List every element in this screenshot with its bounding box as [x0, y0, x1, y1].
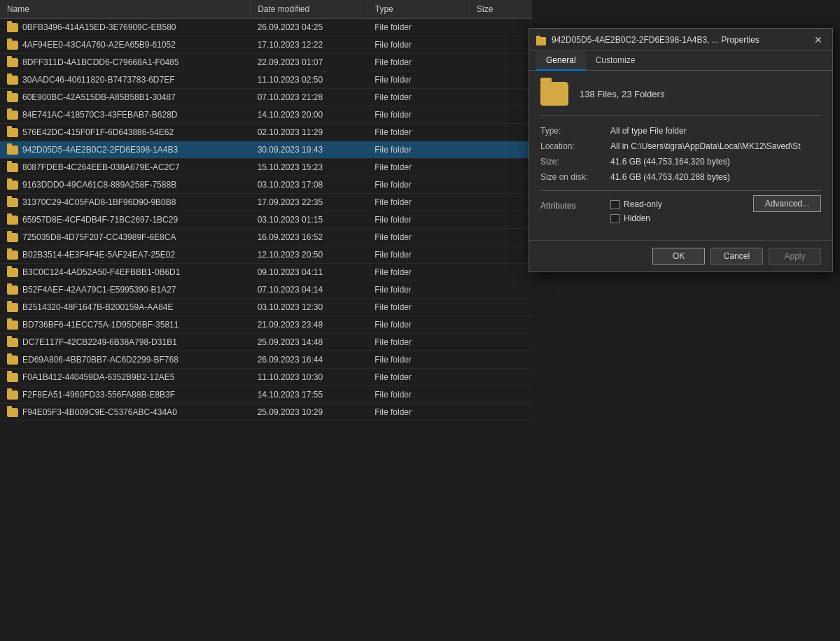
- file-size-cell: [470, 194, 532, 211]
- table-row[interactable]: F94E05F3-4B009C9E-C5376ABC-434A0 25.09.2…: [0, 404, 532, 421]
- file-name: 942D05D5-4AE2B0C2-2FD6E398-1A4B3: [22, 145, 178, 155]
- file-date-cell: 26.09.2023 04:25: [251, 19, 368, 36]
- table-row[interactable]: 725035D8-4D75F207-CC43989F-6E8CA 16.09.2…: [0, 229, 532, 246]
- file-name-cell[interactable]: 65957D8E-4CF4DB4F-71BC2697-1BC29: [0, 211, 251, 229]
- ok-button[interactable]: OK: [652, 248, 705, 265]
- folder-icon: [7, 233, 18, 242]
- file-name: BD736BF6-41ECC75A-1D95D6BF-35811: [22, 320, 178, 330]
- file-name: 60E900BC-42A515DB-A85B58B1-30487: [22, 92, 176, 102]
- dialog-body: 138 Files, 23 Folders Type: All of type …: [529, 71, 832, 240]
- file-name: B3C0C124-4AD52A50-F4EFBBB1-0B6D1: [22, 267, 180, 277]
- file-name-cell[interactable]: 576E42DC-415F0F1F-6D643886-54E62: [0, 124, 251, 141]
- file-size-cell: [470, 71, 532, 89]
- table-row[interactable]: B02B3514-4E3F4F4E-5AF24EA7-25E02 12.10.2…: [0, 246, 532, 264]
- tab-general[interactable]: General: [536, 51, 586, 71]
- file-name-cell[interactable]: 0BFB3496-414A15ED-3E76909C-EB580: [0, 19, 251, 36]
- file-type-cell: File folder: [368, 176, 469, 194]
- file-name-cell[interactable]: 8DFF311D-4A1BCDD6-C79668A1-F0485: [0, 54, 251, 71]
- table-row[interactable]: 8087FDEB-4C264EEB-038A679E-AC2C7 15.10.2…: [0, 159, 532, 176]
- folder-icon: [7, 268, 18, 277]
- prop-size-on-disk-value: 41.6 GB (44,753,420,288 bytes): [610, 172, 730, 182]
- file-name: B2514320-48F1647B-B200159A-AA84E: [22, 302, 174, 312]
- table-row[interactable]: 9163DDD0-49CA61C8-889A258F-7588B 03.10.2…: [0, 176, 532, 194]
- file-name-cell[interactable]: 30AADC46-40611820-B7473783-6D7EF: [0, 71, 251, 89]
- col-type-header[interactable]: Type: [368, 0, 469, 19]
- file-name: 84E741AC-418570C3-43FEBAB7-B628D: [22, 110, 177, 120]
- file-name-cell[interactable]: 8087FDEB-4C264EEB-038A679E-AC2C7: [0, 159, 251, 176]
- file-name-cell[interactable]: B52F4AEF-42AA79C1-E5995390-B1A27: [0, 281, 251, 299]
- file-name-cell[interactable]: ED69A806-4BB70BB7-AC6D2299-BF768: [0, 351, 251, 369]
- file-date-cell: 12.10.2023 20:50: [251, 246, 368, 264]
- table-row[interactable]: B52F4AEF-42AA79C1-E5995390-B1A27 07.10.2…: [0, 281, 532, 299]
- table-row[interactable]: BD736BF6-41ECC75A-1D95D6BF-35811 21.09.2…: [0, 316, 532, 334]
- file-name-cell[interactable]: BD736BF6-41ECC75A-1D95D6BF-35811: [0, 316, 251, 334]
- file-date-cell: 16.09.2023 16:52: [251, 229, 368, 246]
- file-size-cell: [470, 124, 532, 141]
- table-row[interactable]: 0BFB3496-414A15ED-3E76909C-EB580 26.09.2…: [0, 19, 532, 36]
- table-row[interactable]: 8DFF311D-4A1BCDD6-C79668A1-F0485 22.09.2…: [0, 54, 532, 71]
- file-name-cell[interactable]: B2514320-48F1647B-B200159A-AA84E: [0, 299, 251, 316]
- table-row[interactable]: B2514320-48F1647B-B200159A-AA84E 03.10.2…: [0, 299, 532, 316]
- prop-type-label: Type:: [540, 126, 610, 136]
- table-row[interactable]: 576E42DC-415F0F1F-6D643886-54E62 02.10.2…: [0, 124, 532, 141]
- file-type-cell: File folder: [368, 229, 469, 246]
- prop-size-label: Size:: [540, 157, 610, 167]
- readonly-checkbox[interactable]: [610, 200, 620, 209]
- file-name-cell[interactable]: DC7E117F-42CB2249-6B38A798-D31B1: [0, 334, 251, 351]
- table-row[interactable]: 84E741AC-418570C3-43FEBAB7-B628D 14.10.2…: [0, 106, 532, 124]
- col-date-header[interactable]: Date modified: [251, 0, 368, 19]
- file-name-cell[interactable]: 84E741AC-418570C3-43FEBAB7-B628D: [0, 106, 251, 124]
- file-name-cell[interactable]: F0A1B412-440459DA-6352B9B2-12AE5: [0, 369, 251, 386]
- table-row[interactable]: 31370C29-4C05FAD8-1BF96D90-9B0B8 17.09.2…: [0, 194, 532, 211]
- file-size-cell: [470, 299, 532, 316]
- table-row[interactable]: B3C0C124-4AD52A50-F4EFBBB1-0B6D1 09.10.2…: [0, 264, 532, 281]
- folder-icon: [7, 216, 18, 225]
- table-row[interactable]: 60E900BC-42A515DB-A85B58B1-30487 07.10.2…: [0, 89, 532, 106]
- file-name-cell[interactable]: 942D05D5-4AE2B0C2-2FD6E398-1A4B3: [0, 141, 251, 159]
- file-table: Name Date modified Type Size 0BFB3496-41…: [0, 0, 532, 421]
- folder-icon: [7, 111, 18, 120]
- file-size-cell: [470, 246, 532, 264]
- file-name-cell[interactable]: 60E900BC-42A515DB-A85B58B1-30487: [0, 89, 251, 106]
- file-name-cell[interactable]: 725035D8-4D75F207-CC43989F-6E8CA: [0, 229, 251, 246]
- tab-customize[interactable]: Customize: [586, 51, 645, 71]
- dialog-footer: OK Cancel Apply: [529, 240, 832, 272]
- file-name: 0BFB3496-414A15ED-3E76909C-EB580: [22, 22, 176, 32]
- table-row[interactable]: DC7E117F-42CB2249-6B38A798-D31B1 25.09.2…: [0, 334, 532, 351]
- file-type-cell: File folder: [368, 386, 469, 404]
- table-row[interactable]: ED69A806-4BB70BB7-AC6D2299-BF768 26.09.2…: [0, 351, 532, 369]
- table-row[interactable]: 4AF94EE0-43C4A760-A2EA65B9-61052 17.10.2…: [0, 36, 532, 54]
- folder-icon: [7, 251, 18, 260]
- prop-size-value: 41.6 GB (44,753,164,320 bytes): [610, 157, 730, 167]
- table-row[interactable]: F2F8EA51-4960FD33-556FA88B-E8B3F 14.10.2…: [0, 386, 532, 404]
- attr-hidden-row[interactable]: Hidden: [610, 213, 662, 223]
- file-name-cell[interactable]: 31370C29-4C05FAD8-1BF96D90-9B0B8: [0, 194, 251, 211]
- close-button[interactable]: ✕: [811, 33, 825, 47]
- file-name-cell[interactable]: 9163DDD0-49CA61C8-889A258F-7588B: [0, 176, 251, 194]
- table-row[interactable]: 942D05D5-4AE2B0C2-2FD6E398-1A4B3 30.09.2…: [0, 141, 532, 159]
- attr-checkboxes: Read-only Hidden: [610, 199, 662, 223]
- cancel-button[interactable]: Cancel: [710, 248, 763, 265]
- svg-rect-1: [536, 36, 540, 38]
- file-date-cell: 30.09.2023 19:43: [251, 141, 368, 159]
- file-name-cell[interactable]: 4AF94EE0-43C4A760-A2EA65B9-61052: [0, 36, 251, 54]
- folder-icon: [7, 355, 18, 365]
- col-name-header[interactable]: Name: [0, 0, 251, 19]
- file-type-cell: File folder: [368, 19, 469, 36]
- file-size-cell: [470, 264, 532, 281]
- file-name-cell[interactable]: B02B3514-4E3F4F4E-5AF24EA7-25E02: [0, 246, 251, 264]
- file-size-cell: [470, 404, 532, 421]
- apply-button[interactable]: Apply: [769, 248, 821, 265]
- advanced-button[interactable]: Advanced...: [753, 195, 821, 212]
- file-name-cell[interactable]: F94E05F3-4B009C9E-C5376ABC-434A0: [0, 404, 251, 421]
- file-name: B02B3514-4E3F4F4E-5AF24EA7-25E02: [22, 250, 175, 260]
- attr-readonly-row[interactable]: Read-only: [610, 199, 662, 209]
- file-name-cell[interactable]: F2F8EA51-4960FD33-556FA88B-E8B3F: [0, 386, 251, 404]
- table-row[interactable]: 30AADC46-40611820-B7473783-6D7EF 11.10.2…: [0, 71, 532, 89]
- file-name-cell[interactable]: B3C0C124-4AD52A50-F4EFBBB1-0B6D1: [0, 264, 251, 281]
- hidden-checkbox[interactable]: [610, 214, 620, 223]
- col-size-header[interactable]: Size: [470, 0, 532, 19]
- file-type-cell: File folder: [368, 54, 469, 71]
- table-row[interactable]: 65957D8E-4CF4DB4F-71BC2697-1BC29 03.10.2…: [0, 211, 532, 229]
- table-row[interactable]: F0A1B412-440459DA-6352B9B2-12AE5 11.10.2…: [0, 369, 532, 386]
